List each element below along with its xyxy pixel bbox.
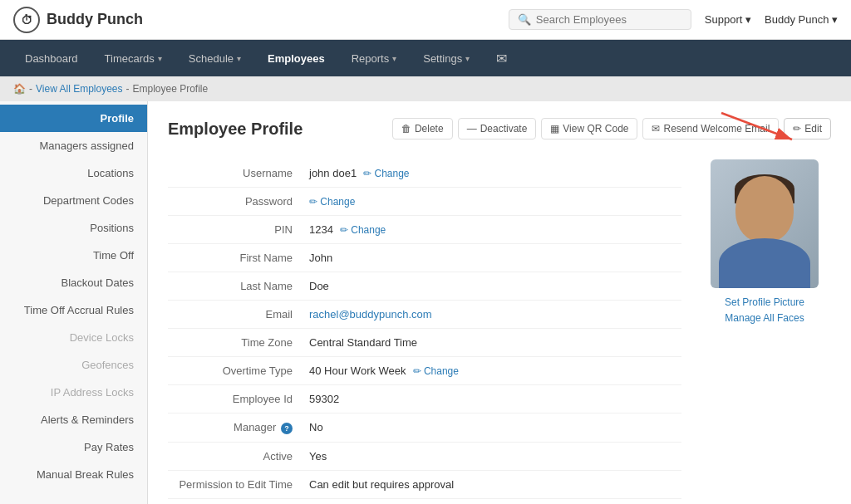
- field-edit-time-permission: Permission to Edit Time Can edit but req…: [168, 471, 681, 499]
- sidebar-item-department-codes[interactable]: Department Codes: [0, 187, 147, 214]
- field-timezone: Time Zone Central Standard Time: [168, 329, 681, 357]
- nav-reports[interactable]: Reports ▾: [340, 44, 409, 73]
- content-area: Employee Profile 🗑 Delete — Deactivate ▦…: [148, 101, 851, 504]
- profile-actions: 🗑 Delete — Deactivate ▦ View QR Code ✉ R…: [392, 118, 831, 139]
- photo-head: [735, 176, 794, 242]
- overtime-change-link[interactable]: ✏ Change: [413, 365, 459, 377]
- search-input[interactable]: [536, 13, 682, 26]
- sidebar-item-geofences[interactable]: Geofences: [0, 351, 147, 379]
- qr-icon: ▦: [550, 123, 559, 135]
- manager-help-icon[interactable]: ?: [281, 423, 293, 434]
- field-last-name: Last Name Doe: [168, 272, 681, 301]
- field-email: Email rachel@buddypunch.com: [168, 301, 681, 329]
- sidebar-item-profile[interactable]: Profile: [0, 105, 147, 132]
- view-qr-button[interactable]: ▦ View QR Code: [541, 118, 637, 139]
- top-bar: ⏱ Buddy Punch 🔍 Support ▾ Buddy Punch ▾: [0, 0, 851, 40]
- edit-button[interactable]: ✏ Edit: [784, 118, 831, 139]
- email-link[interactable]: rachel@buddypunch.com: [309, 308, 432, 321]
- profile-photo-section: Set Profile Picture Manage All Faces: [698, 159, 831, 504]
- field-first-name: First Name John: [168, 244, 681, 272]
- logo-text: Buddy Punch: [47, 11, 143, 28]
- profile-layout: Username john doe1 ✏ Change Password ✏ C…: [168, 159, 831, 504]
- chevron-down-icon: ▾: [392, 54, 396, 63]
- edit-icon: ✏: [793, 123, 801, 135]
- page-title: Employee Profile: [168, 120, 303, 139]
- profile-photo: [711, 159, 819, 288]
- sidebar-item-ip-locks[interactable]: IP Address Locks: [0, 379, 147, 406]
- chevron-down-icon: ▾: [158, 54, 162, 63]
- pin-change-link[interactable]: ✏ Change: [340, 224, 386, 236]
- logo-icon: ⏱: [13, 7, 40, 33]
- sidebar-item-break-rules[interactable]: Manual Break Rules: [0, 461, 147, 488]
- nav-employees[interactable]: Employees: [256, 44, 337, 73]
- field-active: Active Yes: [168, 443, 681, 471]
- field-manager: Manager ? No: [168, 413, 681, 443]
- field-password: Password ✏ Change: [168, 188, 681, 216]
- chevron-down-icon: ▾: [465, 54, 470, 63]
- deactivate-icon: —: [467, 123, 477, 135]
- set-profile-picture-link[interactable]: Set Profile Picture: [698, 295, 831, 311]
- field-employee-id: Employee Id 59302: [168, 385, 681, 413]
- field-overtime: Overtime Type 40 Hour Work Week ✏ Change: [168, 357, 681, 385]
- nav-settings[interactable]: Settings ▾: [411, 44, 481, 73]
- search-icon: 🔍: [518, 13, 531, 26]
- sidebar-item-blackout-dates[interactable]: Blackout Dates: [0, 269, 147, 296]
- email-icon: ✉: [652, 123, 660, 135]
- profile-header: Employee Profile 🗑 Delete — Deactivate ▦…: [168, 118, 831, 139]
- delete-button[interactable]: 🗑 Delete: [392, 118, 453, 139]
- sidebar-item-managers[interactable]: Managers assigned: [0, 132, 147, 159]
- profile-fields: Username john doe1 ✏ Change Password ✏ C…: [168, 159, 681, 504]
- nav-bar: Dashboard Timecards ▾ Schedule ▾ Employe…: [0, 40, 851, 76]
- manage-all-faces-link[interactable]: Manage All Faces: [698, 311, 831, 326]
- breadcrumb-view-all[interactable]: View All Employees: [36, 83, 123, 95]
- sidebar-item-time-off[interactable]: Time Off: [0, 242, 147, 269]
- sidebar-item-pay-rates[interactable]: Pay Rates: [0, 433, 147, 461]
- sidebar-item-alerts[interactable]: Alerts & Reminders: [0, 406, 147, 433]
- chevron-down-icon: ▾: [832, 13, 838, 26]
- sidebar-item-device-locks[interactable]: Device Locks: [0, 324, 147, 351]
- trash-icon: 🗑: [401, 123, 411, 135]
- breadcrumb-current: Employee Profile: [133, 83, 209, 95]
- field-username: Username john doe1 ✏ Change: [168, 159, 681, 188]
- resend-email-button[interactable]: ✉ Resend Welcome Email: [642, 118, 779, 139]
- support-link[interactable]: Support ▾: [705, 13, 751, 26]
- logo: ⏱ Buddy Punch: [13, 7, 143, 33]
- chevron-down-icon: ▾: [745, 13, 751, 26]
- sidebar-item-time-off-accrual[interactable]: Time Off Accrual Rules: [0, 296, 147, 324]
- field-pin: PIN 1234 ✏ Change: [168, 216, 681, 244]
- search-bar[interactable]: 🔍: [509, 9, 691, 30]
- chevron-down-icon: ▾: [237, 54, 241, 63]
- nav-mail[interactable]: ✉: [485, 42, 519, 75]
- nav-dashboard[interactable]: Dashboard: [13, 44, 90, 73]
- nav-schedule[interactable]: Schedule ▾: [177, 44, 253, 73]
- photo-body: [719, 238, 810, 288]
- top-actions: Support ▾ Buddy Punch ▾: [705, 13, 838, 26]
- sidebar: Profile Managers assigned Locations Depa…: [0, 101, 148, 504]
- breadcrumb: 🏠 - View All Employees - Employee Profil…: [0, 76, 851, 101]
- field-availability-permission: Availability Permission No availability …: [168, 499, 681, 504]
- photo-links: Set Profile Picture Manage All Faces: [698, 295, 831, 326]
- username-change-link[interactable]: ✏ Change: [363, 168, 409, 179]
- sidebar-item-locations[interactable]: Locations: [0, 159, 147, 187]
- main-layout: Profile Managers assigned Locations Depa…: [0, 101, 851, 504]
- deactivate-button[interactable]: — Deactivate: [458, 118, 537, 139]
- home-icon[interactable]: 🏠: [13, 83, 26, 95]
- nav-timecards[interactable]: Timecards ▾: [93, 44, 174, 73]
- sidebar-item-positions[interactable]: Positions: [0, 214, 147, 242]
- user-menu[interactable]: Buddy Punch ▾: [765, 13, 838, 26]
- password-change-link[interactable]: ✏ Change: [309, 196, 355, 208]
